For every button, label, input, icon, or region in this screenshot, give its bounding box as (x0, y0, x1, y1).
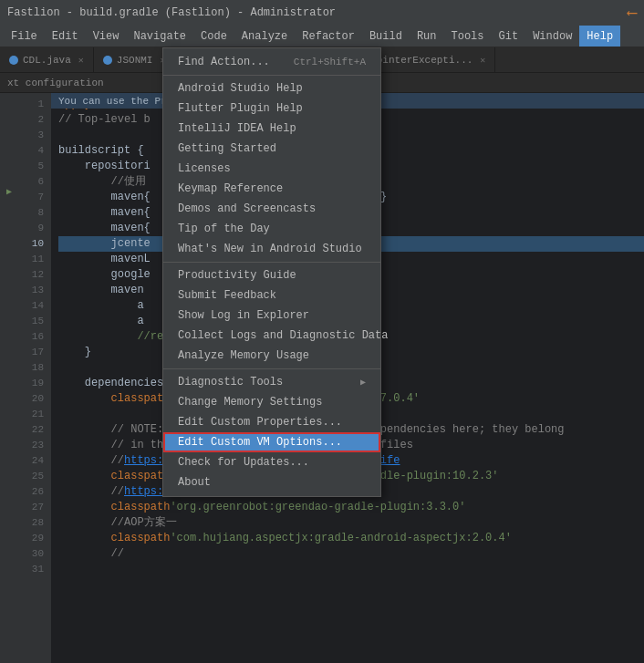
menu-help[interactable]: Help (579, 26, 620, 47)
dropdown-about[interactable]: About (163, 472, 380, 492)
separator-1 (163, 75, 380, 76)
title-bar: Fastlion - build.gradle (Fastlion) - Adm… (0, 0, 644, 26)
code-line-28: //AOP方案一 (58, 515, 644, 531)
dropdown-check-updates[interactable]: Check for Updates... (163, 452, 380, 472)
menu-navigate[interactable]: Navigate (126, 26, 193, 47)
dropdown-find-action[interactable]: Find Action... Ctrl+Shift+A (163, 52, 380, 72)
menu-refactor[interactable]: Refactor (295, 26, 362, 47)
toolbar-right: ⟵ (628, 4, 637, 22)
separator-2 (163, 262, 380, 263)
android-studio-help-label: Android Studio Help (178, 82, 303, 95)
dropdown-licenses[interactable]: Licenses (163, 159, 380, 179)
menu-git[interactable]: Git (492, 26, 526, 47)
tab-cdl[interactable]: CDL.java ✕ (0, 47, 94, 72)
line-num-4: 4 (13, 143, 44, 159)
code-line-29: classpath 'com.hujiang.aspectjx:gradle-a… (58, 531, 644, 546)
diagnostic-tools-label: Diagnostic Tools (178, 376, 283, 388)
line-num-1: 1 (13, 97, 44, 112)
submenu-arrow-icon: ▶ (360, 377, 366, 388)
code-line-30: // (58, 546, 644, 562)
menu-window[interactable]: Window (525, 26, 579, 47)
getting-started-label: Getting Started (178, 142, 276, 155)
line-num-9: 9 (13, 221, 44, 236)
about-label: About (178, 476, 211, 489)
dropdown-productivity-guide[interactable]: Productivity Guide (163, 265, 380, 285)
dropdown-getting-started[interactable]: Getting Started (163, 139, 380, 159)
line-num-18: 18 (13, 360, 44, 376)
menu-view[interactable]: View (86, 26, 127, 47)
dropdown-demos-screencasts[interactable]: Demos and Screencasts (163, 199, 380, 219)
line-num-2: 2 (13, 112, 44, 128)
edit-custom-properties-label: Edit Custom Properties... (178, 416, 342, 429)
dropdown-tip-of-day[interactable]: Tip of the Day (163, 219, 380, 239)
line-num-14: 14 (13, 298, 44, 314)
line-num-21: 21 (13, 407, 44, 422)
line-num-31: 31 (13, 562, 44, 577)
line-num-12: 12 (13, 267, 44, 283)
intellij-idea-help-label: IntelliJ IDEA Help (178, 122, 296, 135)
dropdown-edit-custom-properties[interactable]: Edit Custom Properties... (163, 412, 380, 432)
line-num-30: 30 (13, 546, 44, 562)
licenses-label: Licenses (178, 162, 231, 175)
menu-tools[interactable]: Tools (444, 26, 492, 47)
line-num-6: 6 (13, 174, 44, 190)
line-num-28: 28 (13, 515, 44, 531)
tab-close-jsonpointer[interactable]: ✕ (480, 55, 485, 66)
dropdown-collect-logs[interactable]: Collect Logs and Diagnostic Data (163, 326, 380, 346)
line-num-29: 29 (13, 531, 44, 546)
show-log-label: Show Log in Explorer (178, 309, 309, 322)
edit-custom-vm-label: Edit Custom VM Options... (178, 436, 342, 449)
collect-logs-label: Collect Logs and Diagnostic Data (178, 329, 388, 342)
menu-code[interactable]: Code (193, 26, 234, 47)
find-action-label: Find Action... (178, 56, 270, 68)
line-num-3: 3 (13, 128, 44, 143)
dropdown-android-studio-help[interactable]: Android Studio Help (163, 78, 380, 98)
dropdown-intellij-idea-help[interactable]: IntelliJ IDEA Help (163, 119, 380, 139)
dropdown-analyze-memory[interactable]: Analyze Memory Usage (163, 346, 380, 366)
tab-close-cdl[interactable]: ✕ (78, 55, 84, 66)
whats-new-label: What's New in Android Studio (178, 243, 362, 255)
line-num-24: 24 (13, 453, 44, 469)
line-num-23: 23 (13, 438, 44, 453)
demos-screencasts-label: Demos and Screencasts (178, 202, 316, 215)
line-num-7: 7 (13, 190, 44, 205)
code-line-27: classpath 'org.greenrobot:greendao-gradl… (58, 500, 644, 515)
flutter-plugin-help-label: Flutter Plugin Help (178, 102, 303, 115)
menu-file[interactable]: File (4, 26, 45, 47)
line-num-5: 5 (13, 159, 44, 174)
line-num-17: 17 (13, 345, 44, 360)
line-num-26: 26 (13, 484, 44, 500)
line-num-15: 15 (13, 314, 44, 329)
menu-build[interactable]: Build (362, 26, 410, 47)
dropdown-edit-custom-vm[interactable]: Edit Custom VM Options... (163, 432, 380, 452)
analyze-memory-label: Analyze Memory Usage (178, 349, 309, 362)
menu-bar: File Edit View Navigate Code Analyze Ref… (0, 26, 644, 47)
dropdown-change-memory[interactable]: Change Memory Settings (163, 392, 380, 412)
check-updates-label: Check for Updates... (178, 456, 309, 469)
dropdown-flutter-plugin-help[interactable]: Flutter Plugin Help (163, 98, 380, 119)
change-memory-label: Change Memory Settings (178, 396, 322, 409)
line-num-19: 19 (13, 376, 44, 391)
dropdown-submit-feedback[interactable]: Submit Feedback (163, 285, 380, 306)
tab-icon-jsonmi (103, 56, 112, 65)
dropdown-whats-new[interactable]: What's New in Android Studio (163, 239, 380, 259)
menu-edit[interactable]: Edit (45, 26, 86, 47)
menu-analyze[interactable]: Analyze (234, 26, 295, 47)
tab-label-cdl: CDL.java (23, 55, 71, 66)
dropdown-keymap-reference[interactable]: Keymap Reference (163, 179, 380, 199)
help-dropdown: Find Action... Ctrl+Shift+A Android Stud… (162, 47, 381, 497)
back-arrow-icon[interactable]: ⟵ (628, 4, 637, 22)
line-num-16: 16 (13, 329, 44, 345)
dropdown-show-log[interactable]: Show Log in Explorer (163, 306, 380, 326)
dropdown-diagnostic-tools[interactable]: Diagnostic Tools ▶ (163, 372, 380, 392)
config-text: xt configuration (7, 78, 104, 88)
productivity-guide-label: Productivity Guide (178, 269, 296, 282)
menu-run[interactable]: Run (410, 26, 444, 47)
line-num-20: 20 (13, 391, 44, 407)
line-num-27: 27 (13, 500, 44, 515)
submit-feedback-label: Submit Feedback (178, 289, 276, 302)
line-num-11: 11 (13, 252, 44, 267)
keymap-reference-label: Keymap Reference (178, 182, 283, 195)
line-num-22: 22 (13, 422, 44, 438)
left-gutter: ▶ (0, 93, 13, 663)
